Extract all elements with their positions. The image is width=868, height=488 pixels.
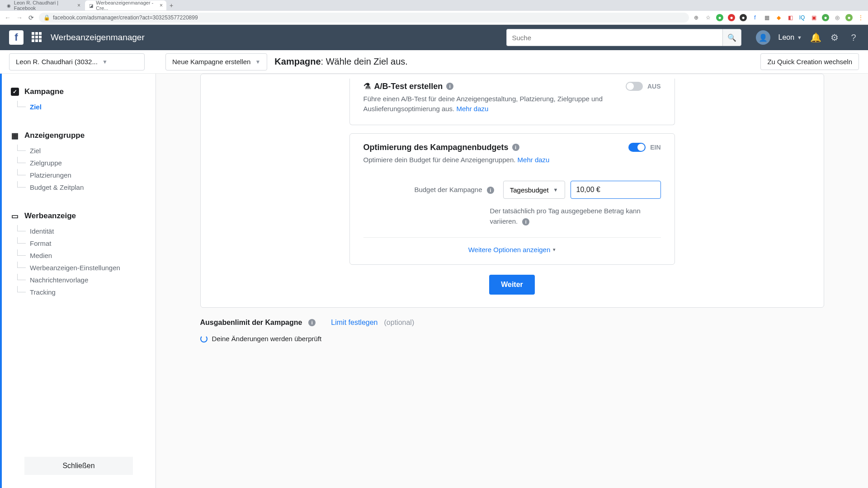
sidebar-item[interactable]: Ziel	[17, 145, 156, 157]
menu-icon[interactable]: ⋮	[857, 14, 864, 21]
facebook-logo-icon[interactable]: f	[9, 30, 24, 45]
ab-test-toggle-wrap: AUS	[626, 82, 661, 91]
review-text: Deine Änderungen werden überprüft	[212, 335, 322, 343]
chevron-down-icon: ▼	[102, 59, 108, 65]
apps-grid-icon[interactable]	[32, 32, 42, 43]
budget-note: Der tatsächlich pro Tag ausgegebene Betr…	[490, 206, 661, 226]
sidebar-section-ad: ▭ Werbeanzeige Identität Format Medien W…	[2, 207, 156, 298]
info-icon[interactable]: i	[446, 83, 453, 90]
address-bar: ← → ⟳ 🔒 facebook.com/adsmanager/creation…	[0, 11, 868, 24]
continue-button[interactable]: Weiter	[489, 275, 535, 295]
browser-tab[interactable]: ◉ Leon R. Chaudhari | Facebook ×	[3, 0, 84, 10]
ext-icon[interactable]: ●	[822, 14, 829, 21]
info-icon[interactable]: i	[308, 319, 316, 326]
sidebar-item[interactable]: Tracking	[17, 286, 156, 298]
browser-chrome: ◉ Leon R. Chaudhari | Facebook × ◪ Werbe…	[0, 0, 868, 25]
sidebar-item[interactable]: Medien	[17, 249, 156, 262]
sidebar-item[interactable]: Nachrichtenvorlage	[17, 274, 156, 286]
review-status: Deine Änderungen werden überprüft	[200, 335, 824, 343]
budget-row: Budget der Kampagne i Tagesbudget ▼	[363, 181, 661, 199]
sidebar-item[interactable]: Format	[17, 237, 156, 249]
tab-title: Werbeanzeigenmanager - Cre...	[96, 0, 157, 11]
info-icon[interactable]: i	[487, 187, 494, 194]
tab-title: Leon R. Chaudhari | Facebook	[14, 0, 75, 11]
url-input[interactable]: 🔒 facebook.com/adsmanager/creation?act=3…	[39, 13, 689, 23]
learn-more-link[interactable]: Mehr dazu	[456, 105, 488, 113]
ext-icon[interactable]: ●	[740, 14, 747, 21]
set-limit-link[interactable]: Limit festlegen	[331, 319, 377, 327]
page-title: Kampagne: Wähle dein Ziel aus.	[274, 56, 408, 67]
new-tab-button[interactable]: +	[167, 1, 175, 9]
sidebar-head-campaign[interactable]: ✓ Kampagne	[2, 83, 156, 101]
budget-amount-input[interactable]	[571, 181, 661, 199]
facebook-favicon-icon: ◪	[89, 3, 93, 8]
back-icon[interactable]: ←	[4, 14, 12, 22]
switch-quick-creation-button[interactable]: Zu Quick Creation wechseln	[760, 53, 859, 70]
ab-test-toggle[interactable]	[626, 82, 643, 91]
search-button[interactable]: 🔍	[722, 29, 741, 46]
title-bold: Kampagne	[274, 56, 321, 66]
ext-icon[interactable]: ▦	[763, 14, 770, 21]
ext-icon[interactable]: ☆	[704, 14, 712, 21]
ab-test-desc: Führe einen A/B-Test für deine Anzeigeng…	[363, 94, 661, 114]
create-campaign-dropdown[interactable]: Neue Kampagne erstellen ▼	[165, 53, 267, 70]
close-button[interactable]: Schließen	[24, 457, 133, 475]
tab-close-icon[interactable]: ×	[160, 2, 163, 9]
ext-icon[interactable]: IQ	[798, 14, 806, 21]
title-rest: : Wähle dein Ziel aus.	[321, 56, 408, 66]
budget-toggle-wrap: EIN	[628, 143, 660, 152]
lock-icon: 🔒	[43, 14, 50, 21]
account-label: Leon R. Chaudhari (3032...	[16, 58, 98, 66]
sidebar-item-ziel[interactable]: Ziel	[17, 101, 156, 113]
tab-close-icon[interactable]: ×	[77, 2, 80, 9]
sidebar-section-title: Werbeanzeige	[24, 211, 76, 221]
sidebar-item[interactable]: Budget & Zeitplan	[17, 181, 156, 193]
adset-icon: ▦	[11, 131, 19, 140]
spend-limit-label: Ausgabenlimit der Kampagne	[200, 319, 302, 327]
info-icon[interactable]: i	[512, 144, 519, 151]
sidebar-section-campaign: ✓ Kampagne Ziel	[2, 83, 156, 113]
optional-label: (optional)	[384, 319, 415, 327]
search-input[interactable]	[506, 29, 722, 46]
ext-icon[interactable]: ◆	[775, 14, 782, 21]
spend-limit-row: Ausgabenlimit der Kampagne i Limit festl…	[200, 319, 824, 327]
show-more-options-link[interactable]: Weitere Optionen anzeigen ▾	[468, 246, 556, 253]
sidebar-item[interactable]: Identität	[17, 225, 156, 237]
user-menu[interactable]: Leon ▼	[778, 33, 802, 42]
help-icon[interactable]: ?	[848, 32, 859, 43]
more-options-row: Weitere Optionen anzeigen ▾	[363, 237, 661, 253]
ext-icon[interactable]: ●	[716, 14, 723, 21]
ext-icon[interactable]: ▣	[810, 14, 817, 21]
budget-opt-toggle[interactable]	[628, 143, 646, 152]
reload-icon[interactable]: ⟳	[27, 14, 35, 22]
sidebar-item[interactable]: Werbeanzeigen-Einstellungen	[17, 262, 156, 274]
create-campaign-label: Neue Kampagne erstellen	[172, 58, 250, 66]
ext-icon[interactable]: ◎	[834, 14, 841, 21]
outer-panel: ⚗ A/B-Test erstellen i AUS Führe einen A…	[200, 74, 824, 308]
main-layout: ✓ Kampagne Ziel ▦ Anzeigengruppe Ziel Zi…	[0, 74, 868, 488]
browser-tab[interactable]: ◪ Werbeanzeigenmanager - Cre... ×	[85, 0, 166, 10]
learn-more-link[interactable]: Mehr dazu	[518, 156, 550, 164]
ext-icon[interactable]: ●	[728, 14, 735, 21]
settings-gear-icon[interactable]: ⚙	[829, 32, 840, 43]
avatar-icon[interactable]: ●	[845, 14, 853, 21]
facebook-favicon-icon: ◉	[6, 3, 11, 8]
budget-type-select[interactable]: Tagesbudget ▼	[503, 181, 565, 199]
check-icon: ✓	[11, 88, 19, 96]
sidebar-head-ad[interactable]: ▭ Werbeanzeige	[2, 207, 156, 225]
info-icon[interactable]: i	[522, 218, 529, 225]
flask-icon: ⚗	[363, 81, 371, 91]
account-dropdown[interactable]: Leon R. Chaudhari (3032... ▼	[9, 53, 145, 70]
zoom-icon[interactable]: ⊕	[693, 14, 700, 21]
ext-icon[interactable]: f	[751, 14, 759, 21]
url-text: facebook.com/adsmanager/creation?act=303…	[53, 14, 198, 21]
ext-icon[interactable]: ◧	[787, 14, 794, 21]
chevron-down-icon: ▼	[797, 35, 802, 40]
sidebar-item[interactable]: Zielgruppe	[17, 157, 156, 169]
sidebar-head-adset[interactable]: ▦ Anzeigengruppe	[2, 127, 156, 145]
avatar[interactable]: 👤	[756, 30, 770, 45]
ab-test-title: ⚗ A/B-Test erstellen i	[363, 81, 454, 91]
sidebar-item[interactable]: Platzierungen	[17, 169, 156, 181]
page-header: Leon R. Chaudhari (3032... ▼ Neue Kampag…	[0, 50, 868, 74]
notifications-icon[interactable]: 🔔	[810, 32, 821, 43]
